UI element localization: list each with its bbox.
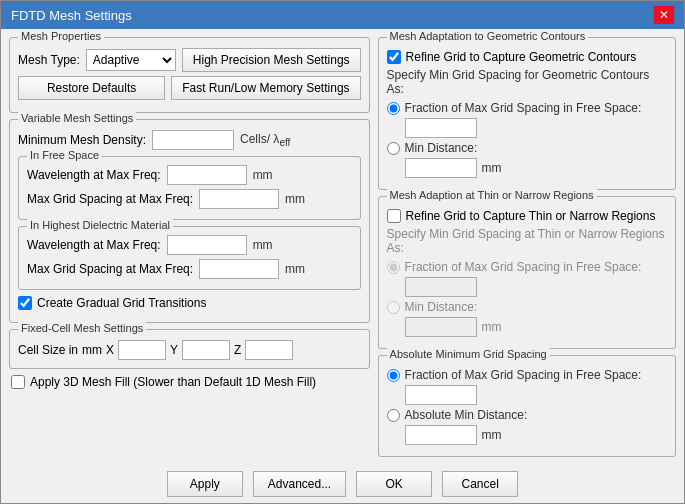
abs-mindist-radio-row: Absolute Min Distance: [387, 408, 667, 422]
y-input[interactable]: 1 [182, 340, 230, 360]
refine-geo-checkbox[interactable] [387, 50, 401, 64]
dialog-body: Mesh Properties Mesh Type: Adaptive Unif… [1, 29, 684, 465]
geo-mindist-input[interactable]: 4.000000 [405, 158, 477, 178]
main-dialog: FDTD Mesh Settings ✕ Mesh Properties Mes… [0, 0, 685, 504]
mesh-adaption-thin-group: Mesh Adaption at Thin or Narrow Regions … [378, 196, 676, 349]
variable-mesh-title: Variable Mesh Settings [18, 112, 136, 124]
abs-mindist-input-row: 1.500000 mm [387, 425, 667, 445]
abs-mindist-input[interactable]: 1.500000 [405, 425, 477, 445]
abs-fraction-input-row: 0.150000 [387, 385, 667, 405]
defaults-row: Restore Defaults Fast Run/Low Memory Set… [18, 76, 361, 100]
thin-mindist-input-row: 4.000000 mm [387, 317, 667, 337]
geo-mindist-radio[interactable] [387, 142, 400, 155]
refine-geo-label: Refine Grid to Capture Geometric Contour… [406, 50, 637, 64]
left-panel: Mesh Properties Mesh Type: Adaptive Unif… [9, 37, 370, 457]
mesh-type-label: Mesh Type: [18, 53, 80, 67]
dielectric-wavelength-row: Wavelength at Max Freq: 200.000000 mm [27, 235, 352, 255]
thin-fraction-input[interactable]: 0.400000 [405, 277, 477, 297]
dialog-footer: Apply Advanced... OK Cancel [1, 465, 684, 504]
x-input[interactable]: 1 [118, 340, 166, 360]
free-space-maxgrid-label: Max Grid Spacing at Max Freq: [27, 192, 193, 206]
mesh-adaptation-content: Refine Grid to Capture Geometric Contour… [387, 44, 667, 178]
dielectric-maxgrid-unit: mm [285, 262, 305, 276]
refine-thin-checkbox[interactable] [387, 209, 401, 223]
geo-mindist-input-row: 4.000000 mm [387, 158, 667, 178]
free-space-wavelength-row: Wavelength at Max Freq: 200.000000 mm [27, 165, 352, 185]
thin-mindist-label: Min Distance: [405, 300, 478, 314]
thin-fraction-input-row: 0.400000 [387, 277, 667, 297]
gradual-transitions-label: Create Gradual Grid Transitions [37, 296, 206, 310]
mesh-properties-title: Mesh Properties [18, 30, 104, 42]
in-free-space-group: In Free Space Wavelength at Max Freq: 20… [18, 156, 361, 220]
mesh-adaptation-group: Mesh Adaptation to Geometric Contours Re… [378, 37, 676, 190]
z-label: Z [234, 343, 241, 357]
thin-fraction-label: Fraction of Max Grid Spacing in Free Spa… [405, 260, 642, 274]
dielectric-maxgrid-input[interactable]: 10.000000 [199, 259, 279, 279]
absolute-min-grid-content: Fraction of Max Grid Spacing in Free Spa… [387, 362, 667, 445]
free-space-maxgrid-input[interactable]: 10.000000 [199, 189, 279, 209]
dielectric-wavelength-input[interactable]: 200.000000 [167, 235, 247, 255]
mesh-properties-group: Mesh Properties Mesh Type: Adaptive Unif… [9, 37, 370, 113]
apply-button[interactable]: Apply [167, 471, 243, 497]
thin-mindist-unit: mm [482, 320, 502, 334]
cell-unit-label: mm [82, 343, 102, 357]
gradual-transitions-row: Create Gradual Grid Transitions [18, 296, 361, 310]
geo-fraction-input[interactable]: 0.400000 [405, 118, 477, 138]
mesh-type-row: Mesh Type: Adaptive Uniform Custom High … [18, 48, 361, 72]
right-panel: Mesh Adaptation to Geometric Contours Re… [378, 37, 676, 457]
free-space-wavelength-label: Wavelength at Max Freq: [27, 168, 161, 182]
geo-fraction-radio-row: Fraction of Max Grid Spacing in Free Spa… [387, 101, 667, 115]
fixed-cell-group: Fixed-Cell Mesh Settings Cell Size in mm… [9, 329, 370, 369]
mesh-adaptation-title: Mesh Adaptation to Geometric Contours [387, 30, 589, 42]
abs-mindist-unit: mm [482, 428, 502, 442]
free-space-wavelength-input[interactable]: 200.000000 [167, 165, 247, 185]
advanced-button[interactable]: Advanced... [253, 471, 346, 497]
dielectric-wavelength-label: Wavelength at Max Freq: [27, 238, 161, 252]
min-density-label: Minimum Mesh Density: [18, 133, 146, 147]
thin-mindist-input[interactable]: 4.000000 [405, 317, 477, 337]
geo-mindist-radio-row: Min Distance: [387, 141, 667, 155]
in-free-space-title: In Free Space [27, 149, 102, 161]
apply-3d-fill-checkbox[interactable] [11, 375, 25, 389]
mesh-adaption-thin-content: Refine Grid to Capture Thin or Narrow Re… [387, 203, 667, 337]
abs-fraction-radio-row: Fraction of Max Grid Spacing in Free Spa… [387, 368, 667, 382]
dielectric-wavelength-unit: mm [253, 238, 273, 252]
min-density-input[interactable]: 20.000000 [152, 130, 234, 150]
close-button[interactable]: ✕ [654, 6, 674, 24]
z-input[interactable]: 1 [245, 340, 293, 360]
geo-mindist-label: Min Distance: [405, 141, 478, 155]
abs-fraction-radio[interactable] [387, 369, 400, 382]
absolute-min-grid-group: Absolute Minimum Grid Spacing Fraction o… [378, 355, 676, 457]
free-space-maxgrid-row: Max Grid Spacing at Max Freq: 10.000000 … [27, 189, 352, 209]
abs-fraction-input[interactable]: 0.150000 [405, 385, 477, 405]
refine-thin-label: Refine Grid to Capture Thin or Narrow Re… [406, 209, 656, 223]
mesh-type-select[interactable]: Adaptive Uniform Custom [86, 49, 176, 71]
refine-thin-row: Refine Grid to Capture Thin or Narrow Re… [387, 209, 667, 223]
y-label: Y [170, 343, 178, 357]
geo-fraction-label: Fraction of Max Grid Spacing in Free Spa… [405, 101, 642, 115]
ok-button[interactable]: OK [356, 471, 432, 497]
geo-fraction-radio[interactable] [387, 102, 400, 115]
min-density-unit: Cells/ λeff [240, 132, 290, 148]
thin-mindist-radio-row: Min Distance: [387, 300, 667, 314]
thin-specify-label: Specify Min Grid Spacing at Thin or Narr… [387, 227, 667, 255]
cell-size-label: Cell Size in [18, 343, 78, 357]
fixed-cell-row: Cell Size in mm X 1 Y 1 Z 1 [18, 340, 361, 360]
thin-fraction-radio-row: Fraction of Max Grid Spacing in Free Spa… [387, 260, 667, 274]
restore-defaults-button[interactable]: Restore Defaults [18, 76, 165, 100]
apply-3d-fill-row: Apply 3D Mesh Fill (Slower than Default … [11, 375, 370, 389]
apply-3d-fill-label: Apply 3D Mesh Fill (Slower than Default … [30, 375, 316, 389]
abs-mindist-radio[interactable] [387, 409, 400, 422]
high-precision-button[interactable]: High Precision Mesh Settings [182, 48, 361, 72]
x-label: X [106, 343, 114, 357]
variable-mesh-group: Variable Mesh Settings Minimum Mesh Dens… [9, 119, 370, 323]
fast-run-button[interactable]: Fast Run/Low Memory Settings [171, 76, 360, 100]
thin-mindist-radio[interactable] [387, 301, 400, 314]
free-space-wavelength-unit: mm [253, 168, 273, 182]
in-dielectric-title: In Highest Dielectric Material [27, 219, 173, 231]
refine-geo-row: Refine Grid to Capture Geometric Contour… [387, 50, 667, 64]
absolute-min-grid-title: Absolute Minimum Grid Spacing [387, 348, 550, 360]
cancel-button[interactable]: Cancel [442, 471, 518, 497]
thin-fraction-radio[interactable] [387, 261, 400, 274]
gradual-transitions-checkbox[interactable] [18, 296, 32, 310]
